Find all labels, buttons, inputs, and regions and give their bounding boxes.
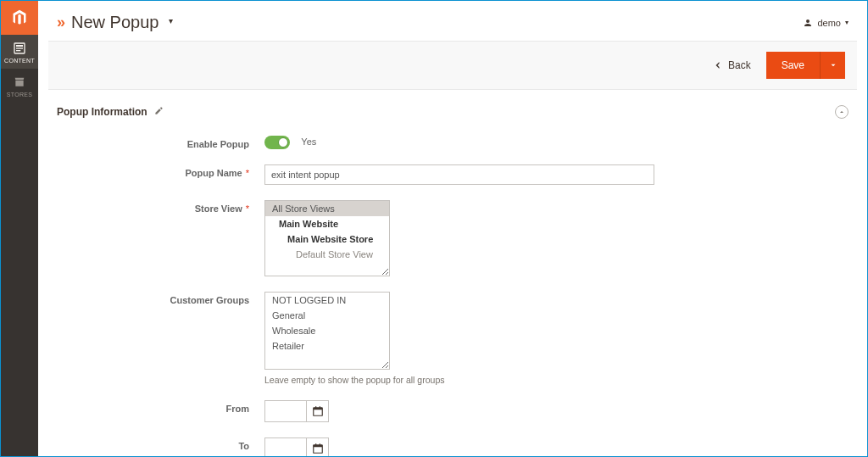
title-bar: » New Popup ▾ demo ▾: [38, 1, 867, 41]
arrow-left-icon: [713, 60, 723, 70]
label-customer-groups: Customer Groups: [57, 292, 264, 305]
row-customer-groups: Customer Groups NOT LOGGED INGeneralWhol…: [57, 292, 849, 385]
user-caret-icon: ▾: [845, 19, 849, 26]
store-view-option[interactable]: Main Website: [265, 216, 389, 231]
row-store-view: Store View* All Store ViewsMain WebsiteM…: [57, 200, 849, 276]
label-store-view: Store View*: [57, 200, 264, 214]
to-date-wrapper: [264, 437, 329, 456]
to-date-picker-button[interactable]: [306, 438, 328, 456]
rail-item-label: CONTENT: [4, 58, 35, 64]
user-icon: [803, 18, 813, 28]
back-label: Back: [728, 59, 751, 71]
label-popup-name: Popup Name*: [57, 164, 264, 178]
section-header: Popup Information: [38, 90, 867, 127]
title-left: » New Popup ▾: [57, 13, 173, 32]
action-bar: Back Save: [48, 41, 857, 90]
back-button[interactable]: Back: [713, 59, 751, 71]
rail-item-label: STORES: [7, 92, 32, 98]
save-button-group: Save: [766, 52, 845, 79]
form-area: Enable Popup Yes Popup Name* Store View*…: [38, 127, 867, 456]
title-dropdown-caret-icon[interactable]: ▾: [169, 16, 173, 25]
enable-popup-toggle[interactable]: [264, 136, 290, 149]
enable-popup-value: Yes: [301, 137, 316, 147]
section-title: Popup Information: [57, 106, 164, 118]
save-dropdown-toggle[interactable]: [820, 52, 845, 79]
svg-rect-9: [313, 445, 322, 447]
chevron-up-icon: [838, 109, 845, 115]
customer-group-option[interactable]: Wholesale: [265, 323, 389, 338]
page-title: New Popup: [71, 13, 159, 32]
magento-logo[interactable]: [1, 1, 38, 35]
popup-name-input[interactable]: [264, 164, 654, 185]
save-button[interactable]: Save: [766, 52, 820, 79]
customer-group-option[interactable]: General: [265, 308, 389, 323]
calendar-icon: [312, 443, 324, 454]
label-to: To: [57, 437, 264, 451]
store-view-option[interactable]: Main Website Store: [265, 231, 389, 247]
from-date-wrapper: [264, 400, 329, 422]
from-date-picker-button[interactable]: [306, 401, 328, 421]
magento-icon: [11, 9, 28, 26]
rail-item-content[interactable]: CONTENT: [1, 35, 38, 69]
store-view-option[interactable]: Default Store View: [265, 247, 389, 262]
svg-rect-11: [319, 443, 320, 446]
required-marker: *: [246, 168, 249, 178]
svg-rect-6: [315, 406, 316, 409]
to-date-input[interactable]: [265, 438, 306, 456]
row-popup-name: Popup Name*: [57, 164, 849, 185]
svg-rect-7: [319, 406, 320, 409]
row-from: From: [57, 400, 849, 422]
from-date-input[interactable]: [265, 401, 306, 421]
control-customer-groups: NOT LOGGED INGeneralWholesaleRetailer Le…: [264, 292, 444, 385]
control-store-view: All Store ViewsMain WebsiteMain Website …: [264, 200, 390, 276]
row-to: To: [57, 437, 849, 456]
label-from: From: [57, 400, 264, 414]
user-label: demo: [817, 18, 841, 28]
customer-group-option[interactable]: NOT LOGGED IN: [265, 293, 389, 308]
user-menu[interactable]: demo ▾: [803, 18, 849, 28]
row-enable-popup: Enable Popup Yes: [57, 136, 849, 149]
store-view-option[interactable]: All Store Views: [265, 201, 389, 216]
svg-rect-1: [16, 45, 23, 47]
edit-section-icon[interactable]: [154, 106, 164, 118]
required-marker: *: [246, 203, 249, 214]
admin-left-rail: CONTENT STORES: [1, 1, 38, 456]
store-view-multiselect[interactable]: All Store ViewsMain WebsiteMain Website …: [264, 200, 390, 276]
calendar-icon: [312, 405, 324, 417]
brand-chevrons-icon: »: [57, 14, 63, 31]
customer-groups-multiselect[interactable]: NOT LOGGED INGeneralWholesaleRetailer: [264, 292, 390, 370]
caret-down-icon: [829, 61, 837, 70]
content-icon: [13, 42, 26, 55]
stores-icon: [13, 75, 26, 89]
customer-groups-helper: Leave empty to show the popup for all gr…: [264, 375, 444, 385]
label-enable-popup: Enable Popup: [57, 136, 264, 149]
control-enable-popup: Yes: [264, 136, 316, 149]
main-area: » New Popup ▾ demo ▾ Back Save Popup Inf…: [38, 1, 867, 456]
control-to: [264, 437, 329, 456]
control-from: [264, 400, 329, 422]
section-title-text: Popup Information: [57, 106, 147, 118]
svg-rect-5: [313, 408, 322, 410]
collapse-section-button[interactable]: [835, 105, 849, 119]
svg-rect-3: [16, 50, 20, 51]
rail-item-stores[interactable]: STORES: [1, 69, 38, 103]
control-popup-name: [264, 164, 654, 185]
customer-group-option[interactable]: Retailer: [265, 338, 389, 354]
svg-rect-2: [16, 47, 23, 48]
svg-rect-10: [315, 443, 316, 446]
toggle-knob: [278, 137, 288, 148]
